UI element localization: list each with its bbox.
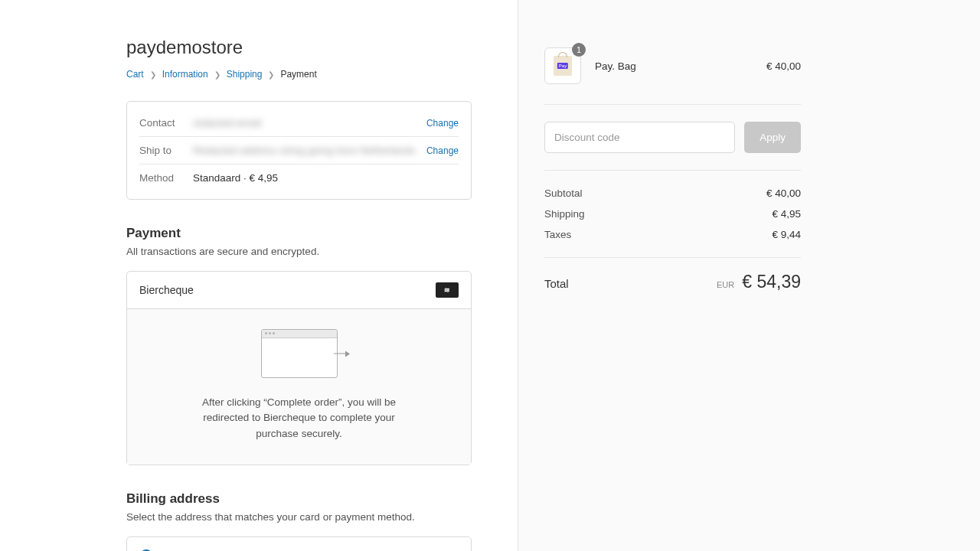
product-thumbnail: 1 — [544, 47, 581, 84]
total-row: Total EUR € 54,39 — [544, 258, 801, 292]
quantity-badge: 1 — [572, 43, 586, 57]
review-method-label: Method — [139, 172, 193, 184]
review-method-value: Standaard · € 4,95 — [193, 172, 459, 184]
shipping-label: Shipping — [544, 208, 585, 220]
shipping-value: € 4,95 — [772, 208, 801, 220]
subtotal-label: Subtotal — [544, 187, 583, 199]
payment-method-box: Biercheque ≋ After clicking “Complete or… — [126, 271, 472, 465]
payment-logo-icon: ≋ — [436, 282, 459, 298]
review-row-shipto: Ship to Redacted address string going he… — [139, 136, 459, 164]
billing-title: Billing address — [126, 491, 472, 507]
order-summary: 1 Pay. Bag € 40,00 Apply Subtotal € 40,0… — [518, 0, 980, 551]
billing-subtitle: Select the address that matches your car… — [126, 511, 472, 523]
total-label: Total — [544, 277, 569, 290]
billing-option-same[interactable]: Same as shipping address — [127, 537, 471, 551]
review-contact-label: Contact — [139, 117, 193, 129]
discount-code-input[interactable] — [544, 122, 735, 153]
taxes-label: Taxes — [544, 229, 571, 240]
payment-title: Payment — [126, 226, 472, 241]
browser-redirect-icon — [261, 329, 338, 378]
discount-row: Apply — [544, 105, 801, 171]
breadcrumb-payment: Payment — [280, 69, 316, 80]
total-currency: EUR — [717, 280, 734, 289]
store-title: paydemostore — [126, 37, 472, 58]
review-shipto-label: Ship to — [139, 145, 193, 156]
chevron-right-icon: ❯ — [150, 70, 156, 79]
breadcrumb-cart[interactable]: Cart — [126, 69, 144, 80]
review-row-method: Method Standaard · € 4,95 — [139, 164, 459, 191]
payment-redirect-text: After clicking “Complete order”, you wil… — [185, 395, 414, 442]
total-amount: € 54,39 — [742, 272, 801, 292]
product-row: 1 Pay. Bag € 40,00 — [544, 37, 801, 105]
breadcrumb-shipping[interactable]: Shipping — [227, 69, 263, 80]
review-box: Contact redacted-email Change Ship to Re… — [126, 101, 472, 200]
summary-lines: Subtotal € 40,00 Shipping € 4,95 Taxes €… — [544, 171, 801, 258]
payment-method-header[interactable]: Biercheque ≋ — [127, 272, 471, 309]
product-price: € 40,00 — [766, 60, 801, 72]
change-contact-link[interactable]: Change — [426, 118, 459, 129]
review-shipto-value: Redacted address string going here Nethe… — [193, 145, 426, 156]
change-shipto-link[interactable]: Change — [426, 145, 459, 156]
bag-icon — [554, 56, 572, 76]
review-contact-value: redacted-email — [193, 117, 426, 129]
taxes-value: € 9,44 — [772, 229, 801, 240]
breadcrumb: Cart ❯ Information ❯ Shipping ❯ Payment — [126, 69, 472, 80]
review-row-contact: Contact redacted-email Change — [139, 109, 459, 136]
subtotal-value: € 40,00 — [766, 187, 801, 199]
payment-method-name: Biercheque — [139, 284, 194, 296]
checkout-main: paydemostore Cart ❯ Information ❯ Shippi… — [0, 0, 518, 551]
chevron-right-icon: ❯ — [268, 70, 274, 79]
payment-subtitle: All transactions are secure and encrypte… — [126, 246, 472, 257]
chevron-right-icon: ❯ — [214, 70, 220, 79]
product-name: Pay. Bag — [595, 60, 753, 72]
billing-address-box: Same as shipping address Use a different… — [126, 536, 472, 551]
apply-discount-button[interactable]: Apply — [744, 122, 801, 153]
payment-method-body: After clicking “Complete order”, you wil… — [127, 309, 471, 465]
breadcrumb-information[interactable]: Information — [162, 69, 208, 80]
